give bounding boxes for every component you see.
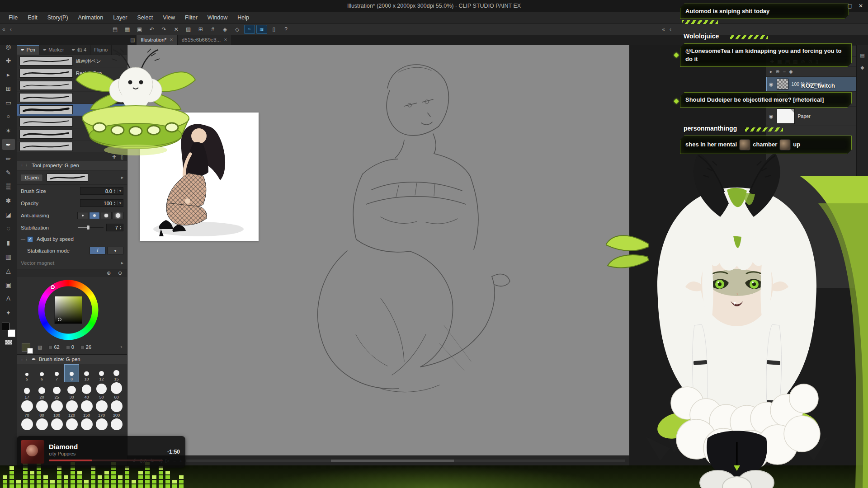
redo-icon[interactable]: ↷ (159, 25, 170, 34)
brush-size-cell[interactable]: 60 (109, 382, 124, 400)
stepper-icons[interactable]: ▴▾ (114, 201, 115, 206)
add-setting-icon[interactable]: ⊕ (105, 270, 112, 277)
brush-size-cell[interactable]: 150 (79, 400, 94, 418)
frame-tool[interactable]: ▣ (2, 279, 15, 290)
menu-item-storyp[interactable]: Story(P) (42, 12, 73, 23)
grid-toggle-icon[interactable]: ⊞ (195, 25, 206, 34)
tab-illustration[interactable]: Illustration* ✕ (137, 35, 177, 45)
brush-size-cell[interactable]: 12 (94, 364, 109, 382)
collapse-left2-icon[interactable]: ‹ (8, 26, 14, 33)
swatch-icon[interactable]: ▧ (38, 344, 42, 350)
restore-window-button[interactable]: ▢ (845, 2, 854, 10)
main-color-swatch[interactable] (2, 323, 9, 330)
dropdown-caret-icon[interactable]: ▾ (117, 189, 121, 193)
brush-size-cell[interactable]: 7 (49, 364, 64, 382)
current-color-chip[interactable] (22, 343, 30, 352)
brush-size-cell[interactable]: 170 (94, 400, 109, 418)
stepper-icons[interactable]: ▴▾ (120, 225, 121, 230)
aa-middle-button[interactable] (101, 212, 112, 219)
menu-item-help[interactable]: Help (232, 12, 254, 23)
ruler-icon[interactable]: ≡ (783, 69, 786, 75)
color-swatches[interactable] (2, 323, 15, 337)
snap-off-icon[interactable]: ◇ (232, 25, 243, 34)
subtool-tab-pen[interactable]: ✒ Pen (17, 45, 39, 55)
stabilization-slider[interactable] (78, 227, 104, 228)
close-window-button[interactable]: ✕ (856, 2, 865, 10)
lasso-tool[interactable]: ○ (2, 111, 15, 122)
sv-marker[interactable] (58, 318, 61, 321)
transparent-color-swatch[interactable] (5, 340, 12, 345)
slider-thumb[interactable] (87, 225, 90, 230)
brush-list-item[interactable] (17, 80, 127, 92)
aa-strong-button[interactable] (113, 212, 123, 219)
expand-icon[interactable]: ▸ (121, 260, 123, 265)
brush-size-cell[interactable]: 100 (49, 400, 64, 418)
pen-tool[interactable]: ✒ (2, 139, 15, 150)
brush-list-item[interactable] (17, 116, 127, 128)
visibility-eye-icon[interactable]: ◉ (769, 81, 774, 87)
auto-select-tool[interactable]: ✶ (2, 125, 15, 136)
airbrush-tool[interactable]: ▒ (2, 181, 15, 192)
figure-tool[interactable]: △ (2, 265, 15, 276)
subtool-tab-flipnote[interactable]: Flipno (90, 45, 112, 55)
layer-move-tool[interactable]: ⊞ (2, 83, 15, 94)
tab-document-2[interactable]: d515e6b669e3... ✕ (178, 35, 232, 45)
brush-size-cell[interactable]: 15 (109, 364, 124, 382)
brush-list-item[interactable] (17, 128, 127, 141)
collapse-right2-icon[interactable]: ‹ (667, 26, 674, 33)
brush-size-cell[interactable]: 6 (34, 364, 49, 382)
active-tool-chip[interactable]: G-pen (21, 174, 43, 181)
brush-size-cell[interactable]: 80 (34, 400, 49, 418)
pencil-tool[interactable]: ✏ (2, 153, 15, 164)
selection-tool[interactable]: ▭ (2, 97, 15, 108)
layer-row-paper[interactable]: ◉ Paper (766, 107, 856, 126)
menu-item-select[interactable]: Select (132, 12, 158, 23)
dropdown-caret-icon[interactable]: ▾ (117, 201, 121, 205)
aa-none-button[interactable] (77, 212, 88, 219)
decoration-tool[interactable]: ✽ (2, 195, 15, 206)
operation-tool[interactable]: ▸ (2, 69, 15, 80)
brush-list-item[interactable]: Real G-Pen (17, 67, 127, 80)
brush-list-item[interactable] (17, 104, 127, 116)
brush-tool[interactable]: ✎ (2, 167, 15, 178)
subtool-tab-pencil[interactable]: ✒ 鉛 4 (68, 45, 91, 55)
move-tool[interactable]: ✚ (2, 55, 15, 66)
gradient-tool[interactable]: ▥ (2, 251, 15, 262)
brush-size-cell[interactable]: 10 (79, 364, 94, 382)
collapse-right-icon[interactable]: « (660, 26, 667, 33)
eyedropper-tool[interactable]: ✦ (2, 307, 15, 318)
color-wheel[interactable] (38, 280, 99, 340)
brush-size-cell[interactable]: 8 (64, 364, 79, 382)
brush-list-item[interactable] (17, 92, 127, 104)
reference-image[interactable] (140, 113, 259, 241)
brush-size-cell[interactable]: 20 (34, 382, 49, 400)
brush-size-cell[interactable]: 200 (109, 400, 124, 418)
open-file-icon[interactable]: ▦ (122, 25, 133, 34)
fill-tool[interactable]: ▮ (2, 237, 15, 248)
canvas-h-scrollbar[interactable] (186, 460, 625, 462)
color-history-icon[interactable]: ◔ (119, 344, 123, 350)
page-settings-icon[interactable]: ▯ (269, 25, 279, 34)
add-brush-icon[interactable]: ✚ (112, 154, 116, 160)
clip-icon[interactable]: ▸ (770, 69, 773, 75)
palette-doc-icon[interactable]: ▤ (860, 52, 864, 58)
mask-icon[interactable]: ⊕ (776, 69, 780, 75)
fill-icon[interactable]: ▨ (183, 25, 194, 34)
close-tab-icon[interactable]: ✕ (170, 38, 173, 42)
brush-size-cell[interactable]: 120 (64, 400, 79, 418)
brush-size-cell[interactable]: 17 (19, 382, 34, 400)
menu-item-edit[interactable]: Edit (23, 12, 42, 23)
eraser-tool[interactable]: ◪ (2, 209, 15, 220)
settings-icon[interactable]: ⊙ (117, 270, 123, 277)
collapse-dash-icon[interactable]: — (21, 237, 25, 242)
sub-color-swatch[interactable] (8, 329, 15, 337)
adjust-by-speed-checkbox[interactable]: ✓ (27, 236, 33, 242)
new-document-icon[interactable]: ▤ (110, 25, 121, 34)
brush-size-cell[interactable]: 40 (79, 382, 94, 400)
blend-tool[interactable]: ◌ (2, 223, 15, 234)
stabilization-input[interactable]: 7 ▴▾ (106, 224, 123, 231)
snap-ruler-icon[interactable]: # (208, 25, 218, 34)
text-tool[interactable]: A (2, 293, 15, 304)
canvas[interactable] (127, 45, 629, 455)
effect-icon[interactable]: ◆ (789, 69, 793, 75)
